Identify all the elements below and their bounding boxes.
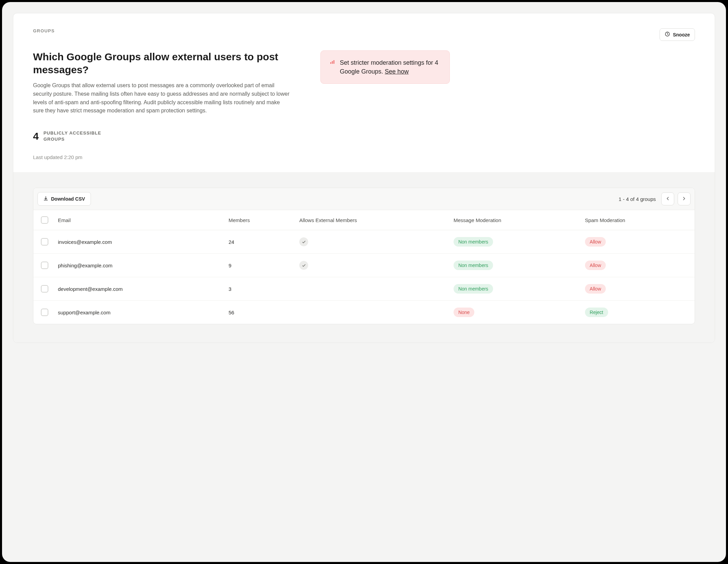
svg-rect-3 [333, 60, 334, 64]
chevron-left-icon [665, 196, 670, 202]
header-section: GROUPS Snooze Which Google Groups allow … [13, 13, 715, 173]
table-card: Download CSV 1 - 4 of 4 groups [33, 188, 695, 324]
cell-members: 56 [224, 301, 295, 324]
main-card: GROUPS Snooze Which Google Groups allow … [13, 13, 715, 343]
snooze-button[interactable]: Snooze [660, 28, 695, 41]
pager-buttons [661, 192, 691, 205]
status-badge: Allow [585, 284, 606, 294]
status-badge: None [454, 308, 474, 317]
cell-spam-moderation: Allow [580, 230, 695, 254]
check-icon [299, 237, 308, 246]
svg-rect-2 [332, 61, 333, 64]
cell-allows-external [295, 254, 449, 277]
header-message-moderation[interactable]: Message Moderation [449, 210, 580, 230]
status-badge: Non members [454, 237, 493, 247]
row-checkbox[interactable] [41, 238, 48, 246]
last-updated: Last updated 2:20 pm [33, 154, 695, 160]
cell-members: 9 [224, 254, 295, 277]
header-email[interactable]: Email [53, 210, 224, 230]
table-row[interactable]: invoices@example.com24Non membersAllow [33, 230, 695, 254]
download-label: Download CSV [51, 196, 85, 202]
cell-email: support@example.com [53, 301, 224, 324]
app-frame: GROUPS Snooze Which Google Groups allow … [2, 2, 726, 562]
prev-page-button[interactable] [661, 192, 674, 205]
table-row[interactable]: development@example.com3Non membersAllow [33, 277, 695, 301]
top-row: GROUPS Snooze [33, 28, 695, 41]
title-row: Which Google Groups allow external users… [33, 50, 695, 115]
title-col: Which Google Groups allow external users… [33, 50, 299, 115]
row-checkbox[interactable] [41, 285, 48, 293]
row-checkbox-cell [33, 277, 53, 301]
cell-message-moderation: Non members [449, 254, 580, 277]
chevron-right-icon [681, 196, 687, 202]
header-members[interactable]: Members [224, 210, 295, 230]
cell-email: phishing@example.com [53, 254, 224, 277]
see-how-link[interactable]: See how [385, 68, 409, 75]
breadcrumb: GROUPS [33, 28, 55, 33]
cell-spam-moderation: Allow [580, 254, 695, 277]
cell-allows-external [295, 230, 449, 254]
cell-members: 3 [224, 277, 295, 301]
status-badge: Non members [454, 284, 493, 294]
cell-message-moderation: None [449, 301, 580, 324]
table-section: Download CSV 1 - 4 of 4 groups [13, 173, 715, 343]
status-badge: Non members [454, 261, 493, 270]
table-header-row: Email Members Allows External Members Me… [33, 210, 695, 230]
pager-group: 1 - 4 of 4 groups [619, 192, 691, 205]
row-checkbox-cell [33, 230, 53, 254]
cell-email: invoices@example.com [53, 230, 224, 254]
page-title: Which Google Groups allow external users… [33, 50, 299, 76]
header-allows-external[interactable]: Allows External Members [295, 210, 449, 230]
alert-text: Set stricter moderation settings for 4 G… [340, 58, 441, 76]
check-icon [299, 261, 308, 270]
stats-row: 4 PUBLICLY ACCESSIBLE GROUPS [33, 130, 695, 142]
table-row[interactable]: support@example.com56NoneReject [33, 301, 695, 324]
status-badge: Allow [585, 237, 606, 247]
svg-rect-1 [330, 62, 331, 64]
stat-label: PUBLICLY ACCESSIBLE GROUPS [44, 130, 101, 142]
next-page-button[interactable] [678, 192, 691, 205]
snooze-label: Snooze [673, 32, 690, 37]
download-icon [43, 196, 48, 202]
recommendation-alert: Set stricter moderation settings for 4 G… [320, 50, 450, 84]
cell-allows-external [295, 277, 449, 301]
status-badge: Allow [585, 261, 606, 270]
clock-icon [665, 31, 670, 38]
header-checkbox-cell [33, 210, 53, 230]
row-checkbox-cell [33, 301, 53, 324]
table-row[interactable]: phishing@example.com9Non membersAllow [33, 254, 695, 277]
status-badge: Reject [585, 308, 608, 317]
cell-spam-moderation: Allow [580, 277, 695, 301]
cell-spam-moderation: Reject [580, 301, 695, 324]
page-description: Google Groups that allow external users … [33, 81, 292, 115]
cell-email: development@example.com [53, 277, 224, 301]
bar-chart-icon [330, 59, 335, 66]
row-checkbox[interactable] [41, 309, 48, 316]
stat-number: 4 [33, 130, 39, 142]
row-checkbox[interactable] [41, 262, 48, 269]
table-toolbar: Download CSV 1 - 4 of 4 groups [33, 188, 695, 210]
row-checkbox-cell [33, 254, 53, 277]
cell-message-moderation: Non members [449, 230, 580, 254]
select-all-checkbox[interactable] [41, 216, 48, 224]
pager-text: 1 - 4 of 4 groups [619, 196, 656, 202]
download-csv-button[interactable]: Download CSV [37, 192, 91, 206]
groups-table: Email Members Allows External Members Me… [33, 210, 695, 324]
cell-allows-external [295, 301, 449, 324]
cell-message-moderation: Non members [449, 277, 580, 301]
header-spam-moderation[interactable]: Spam Moderation [580, 210, 695, 230]
cell-members: 24 [224, 230, 295, 254]
